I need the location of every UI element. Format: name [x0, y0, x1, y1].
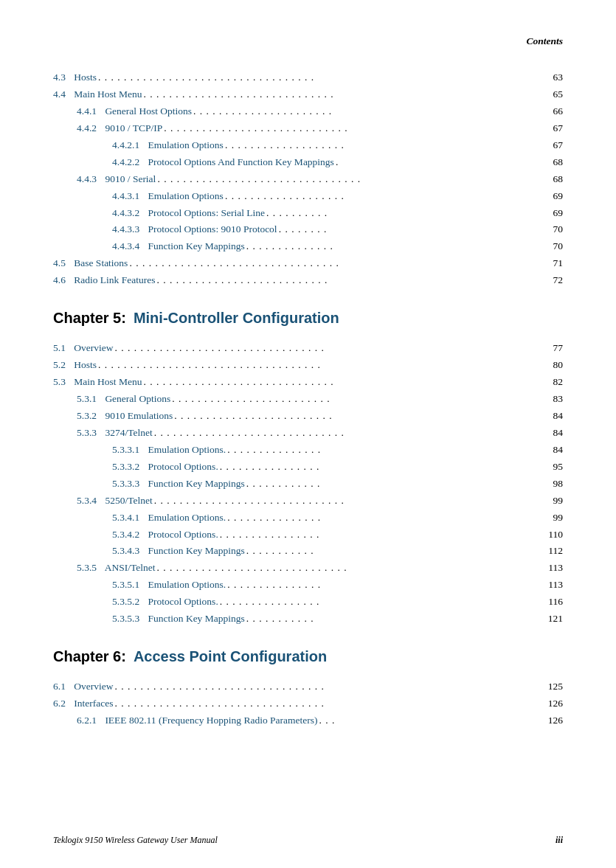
toc-num-4-4-3-4: 4.4.3.4: [112, 238, 139, 255]
toc-section-5: 5.1 Overview . . . . . . . . . . . . . .…: [53, 340, 563, 628]
toc-dots-4-4-3-3: . . . . . . . .: [277, 221, 545, 238]
toc-label-5-3-4-2: Protocol Options.: [145, 527, 218, 544]
toc-num-6-2: 6.2: [53, 695, 66, 712]
toc-label-4-4-3-2: Protocol Options: Serial Line: [145, 205, 265, 222]
chapter5-title: Mini-Controller Configuration: [134, 310, 339, 327]
toc-label-5-3-3: 3274/Telnet: [103, 425, 153, 442]
toc-dots-4-4-2: . . . . . . . . . . . . . . . . . . . . …: [162, 120, 545, 137]
toc-num-5-3-5: 5.3.5: [77, 560, 97, 577]
toc-dots-6-2-1: . . .: [318, 712, 545, 729]
toc-dots-4-4-2-1: . . . . . . . . . . . . . . . . . . .: [224, 137, 545, 154]
toc-label-5-3-5-2: Protocol Options.: [145, 594, 218, 611]
toc-page-6-1: 125: [545, 678, 563, 695]
toc-label-4-5: Base Stations: [72, 255, 128, 272]
toc-row-5-3-4: 5.3.4 5250/Telnet . . . . . . . . . . . …: [53, 493, 563, 510]
toc-label-5-3-3-3: Function Key Mappings: [145, 476, 245, 493]
toc-dots-5-3-5-3: . . . . . . . . . . .: [245, 611, 545, 628]
chapter5-prefix: Chapter 5:: [53, 310, 126, 327]
toc-num-5-3-5-3: 5.3.5.3: [112, 611, 139, 628]
header-title: Contents: [526, 35, 563, 46]
toc-num-6-1: 6.1: [53, 678, 66, 695]
toc-page-5-3-5: 113: [545, 560, 563, 577]
toc-num-5-3-3: 5.3.3: [77, 425, 97, 442]
toc-row-4-5: 4.5 Base Stations . . . . . . . . . . . …: [53, 255, 563, 272]
toc-num-5-3-2: 5.3.2: [77, 408, 97, 425]
toc-page-4-4-3-4: 70: [545, 238, 563, 255]
toc-row-4-4: 4.4 Main Host Menu . . . . . . . . . . .…: [53, 86, 563, 103]
toc-row-5-3-5: 5.3.5 ANSI/Telnet . . . . . . . . . . . …: [53, 560, 563, 577]
page: Contents 4.3 Hosts . . . . . . . . . . .…: [0, 0, 616, 868]
toc-num-4-4-1: 4.4.1: [77, 103, 97, 120]
toc-label-4-4-2-1: Emulation Options: [145, 137, 224, 154]
toc-page-5-3-1: 83: [545, 391, 563, 408]
toc-page-5-3: 82: [545, 374, 563, 391]
toc-page-4-4: 65: [545, 86, 563, 103]
toc-label-6-2-1: IEEE 802.11 (Frequency Hopping Radio Par…: [103, 712, 318, 729]
toc-row-4-4-2-1: 4.4.2.1 Emulation Options . . . . . . . …: [53, 137, 563, 154]
toc-num-5-3-4-1: 5.3.4.1: [112, 510, 139, 527]
toc-label-4-4-3-4: Function Key Mappings: [145, 238, 245, 255]
toc-dots-4-3: . . . . . . . . . . . . . . . . . . . . …: [97, 69, 545, 86]
toc-dots-6-1: . . . . . . . . . . . . . . . . . . . . …: [113, 678, 545, 695]
toc-dots-5-3-4-3: . . . . . . . . . . .: [245, 543, 545, 560]
toc-num-4-4-2: 4.4.2: [77, 120, 97, 137]
footer-manual: Teklogix 9150 Wireless Gateway User Manu…: [53, 835, 218, 846]
toc-num-5-2: 5.2: [53, 357, 66, 374]
toc-label-5-3-5: ANSI/Telnet: [103, 560, 155, 577]
toc-num-5-3-4: 5.3.4: [77, 493, 97, 510]
toc-dots-5-3-3-1: . . . . . . . . . . . . . . .: [226, 442, 545, 459]
toc-page-4-5: 71: [545, 255, 563, 272]
toc-page-4-3: 63: [545, 69, 563, 86]
chapter6-title: Access Point Configuration: [134, 648, 327, 665]
toc-dots-5-3: . . . . . . . . . . . . . . . . . . . . …: [142, 374, 546, 391]
toc-row-5-3-4-1: 5.3.4.1 Emulation Options. . . . . . . .…: [53, 510, 563, 527]
toc-row-6-2-1: 6.2.1 IEEE 802.11 (Frequency Hopping Rad…: [53, 712, 563, 729]
toc-page-5-3-3: 84: [545, 425, 563, 442]
toc-row-4-4-3-4: 4.4.3.4 Function Key Mappings . . . . . …: [53, 238, 563, 255]
toc-row-4-4-1: 4.4.1 General Host Options . . . . . . .…: [53, 103, 563, 120]
toc-dots-4-4: . . . . . . . . . . . . . . . . . . . . …: [142, 86, 546, 103]
footer-page: iii: [556, 835, 563, 846]
toc-num-5-3-4-2: 5.3.4.2: [112, 527, 139, 544]
toc-dots-6-2: . . . . . . . . . . . . . . . . . . . . …: [113, 695, 545, 712]
toc-num-6-2-1: 6.2.1: [77, 712, 97, 729]
toc-row-4-4-2: 4.4.2 9010 / TCP/IP . . . . . . . . . . …: [53, 120, 563, 137]
toc-section-4: 4.3 Hosts . . . . . . . . . . . . . . . …: [53, 69, 563, 289]
toc-row-5-3-3: 5.3.3 3274/Telnet . . . . . . . . . . . …: [53, 425, 563, 442]
toc-dots-5-3-3-2: . . . . . . . . . . . . . . . .: [218, 459, 545, 476]
toc-dots-4-4-3: . . . . . . . . . . . . . . . . . . . . …: [156, 171, 545, 188]
toc-row-5-3-1: 5.3.1 General Options . . . . . . . . . …: [53, 391, 563, 408]
toc-page-5-3-3-2: 95: [545, 459, 563, 476]
toc-dots-5-3-5-1: . . . . . . . . . . . . . . .: [226, 577, 545, 594]
toc-num-5-3-4-3: 5.3.4.3: [112, 543, 139, 560]
toc-label-5-2: Hosts: [72, 357, 97, 374]
toc-page-5-3-4-2: 110: [545, 527, 563, 544]
toc-page-5-3-4: 99: [545, 493, 563, 510]
toc-label-5-3-4-1: Emulation Options.: [145, 510, 226, 527]
toc-label-5-3-5-3: Function Key Mappings: [145, 611, 245, 628]
toc-label-4-4: Main Host Menu: [72, 86, 142, 103]
toc-page-4-6: 72: [545, 272, 563, 289]
toc-page-4-4-3-3: 70: [545, 221, 563, 238]
toc-page-5-3-4-1: 99: [545, 510, 563, 527]
page-header: Contents: [53, 35, 563, 47]
toc-label-5-3-3-2: Protocol Options.: [145, 459, 218, 476]
toc-num-5-3-3-2: 5.3.3.2: [112, 459, 139, 476]
chapter5-heading: Chapter 5: Mini-Controller Configuration: [53, 310, 563, 327]
toc-row-4-4-3-1: 4.4.3.1 Emulation Options . . . . . . . …: [53, 188, 563, 205]
toc-label-5-3-1: General Options: [103, 391, 170, 408]
toc-page-4-4-3: 68: [545, 171, 563, 188]
toc-dots-5-3-3-3: . . . . . . . . . . . .: [245, 476, 545, 493]
toc-page-5-3-4-3: 112: [545, 543, 563, 560]
toc-section-6: 6.1 Overview . . . . . . . . . . . . . .…: [53, 678, 563, 729]
toc-row-5-3-4-2: 5.3.4.2 Protocol Options. . . . . . . . …: [53, 527, 563, 544]
toc-num-4-4-2-2: 4.4.2.2: [112, 154, 139, 171]
toc-row-5-3-3-1: 5.3.3.1 Emulation Options. . . . . . . .…: [53, 442, 563, 459]
toc-dots-4-4-1: . . . . . . . . . . . . . . . . . . . . …: [192, 103, 545, 120]
toc-dots-4-4-2-2: .: [334, 154, 545, 171]
toc-num-5-3-5-1: 5.3.5.1: [112, 577, 139, 594]
toc-row-5-3-3-2: 5.3.3.2 Protocol Options. . . . . . . . …: [53, 459, 563, 476]
toc-num-4-4-3-1: 4.4.3.1: [112, 188, 139, 205]
toc-dots-5-3-4-2: . . . . . . . . . . . . . . . .: [218, 527, 545, 544]
toc-num-4-4-3: 4.4.3: [77, 171, 97, 188]
